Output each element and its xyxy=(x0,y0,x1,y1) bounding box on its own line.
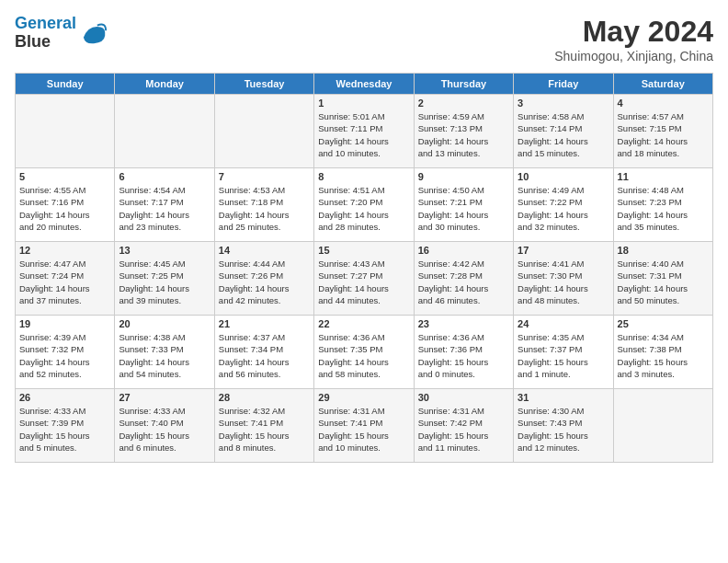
day-number: 2 xyxy=(418,98,509,109)
day-info: Sunrise: 4:32 AMSunset: 7:41 PMDaylight:… xyxy=(219,405,310,454)
day-info: Sunrise: 4:47 AMSunset: 7:24 PMDaylight:… xyxy=(19,258,110,306)
day-info: Sunrise: 4:36 AMSunset: 7:35 PMDaylight:… xyxy=(318,331,409,380)
day-number: 31 xyxy=(518,392,609,403)
day-info: Sunrise: 4:33 AMSunset: 7:40 PMDaylight:… xyxy=(119,405,210,454)
calendar-cell: 7Sunrise: 4:53 AMSunset: 7:18 PMDaylight… xyxy=(214,168,313,242)
day-number: 22 xyxy=(318,318,409,329)
location: Shuimogou, Xinjiang, China xyxy=(554,49,713,63)
day-info: Sunrise: 4:55 AMSunset: 7:16 PMDaylight:… xyxy=(19,184,110,233)
day-number: 27 xyxy=(119,392,210,403)
day-info: Sunrise: 4:36 AMSunset: 7:36 PMDaylight:… xyxy=(418,331,509,380)
calendar-cell: 8Sunrise: 4:51 AMSunset: 7:20 PMDaylight… xyxy=(314,168,414,242)
day-number: 4 xyxy=(618,98,709,109)
day-info: Sunrise: 4:45 AMSunset: 7:25 PMDaylight:… xyxy=(119,258,210,306)
calendar-cell: 17Sunrise: 4:41 AMSunset: 7:30 PMDayligh… xyxy=(514,242,613,316)
day-info: Sunrise: 4:40 AMSunset: 7:31 PMDaylight:… xyxy=(618,258,709,306)
day-number: 5 xyxy=(19,171,110,182)
day-number: 11 xyxy=(618,171,709,182)
calendar-cell: 5Sunrise: 4:55 AMSunset: 7:16 PMDaylight… xyxy=(16,168,115,242)
day-info: Sunrise: 4:42 AMSunset: 7:28 PMDaylight:… xyxy=(418,258,509,306)
day-number: 28 xyxy=(219,392,310,403)
calendar-cell: 13Sunrise: 4:45 AMSunset: 7:25 PMDayligh… xyxy=(115,242,214,316)
day-number: 21 xyxy=(219,318,310,329)
day-info: Sunrise: 4:38 AMSunset: 7:33 PMDaylight:… xyxy=(119,331,210,380)
header-day-tuesday: Tuesday xyxy=(214,74,313,95)
calendar-header: SundayMondayTuesdayWednesdayThursdayFrid… xyxy=(16,74,713,95)
title-block: May 2024 Shuimogou, Xinjiang, China xyxy=(554,15,713,63)
day-info: Sunrise: 4:48 AMSunset: 7:23 PMDaylight:… xyxy=(618,184,709,233)
calendar-cell: 6Sunrise: 4:54 AMSunset: 7:17 PMDaylight… xyxy=(115,168,214,242)
day-number: 25 xyxy=(618,318,709,329)
day-number: 3 xyxy=(518,98,609,109)
calendar-cell xyxy=(16,95,115,168)
calendar-cell: 10Sunrise: 4:49 AMSunset: 7:22 PMDayligh… xyxy=(514,168,613,242)
day-number: 24 xyxy=(518,318,609,329)
calendar-cell xyxy=(214,95,313,168)
calendar-cell: 2Sunrise: 4:59 AMSunset: 7:13 PMDaylight… xyxy=(414,95,513,168)
month-title: May 2024 xyxy=(554,15,713,49)
calendar-cell: 28Sunrise: 4:32 AMSunset: 7:41 PMDayligh… xyxy=(214,389,313,463)
calendar-cell: 1Sunrise: 5:01 AMSunset: 7:11 PMDaylight… xyxy=(314,95,414,168)
day-info: Sunrise: 4:37 AMSunset: 7:34 PMDaylight:… xyxy=(219,331,310,380)
day-number: 30 xyxy=(418,392,509,403)
day-info: Sunrise: 4:57 AMSunset: 7:15 PMDaylight:… xyxy=(618,110,709,159)
day-info: Sunrise: 4:39 AMSunset: 7:32 PMDaylight:… xyxy=(19,331,110,380)
calendar-body: 1Sunrise: 5:01 AMSunset: 7:11 PMDaylight… xyxy=(16,95,713,463)
calendar-cell: 4Sunrise: 4:57 AMSunset: 7:15 PMDaylight… xyxy=(613,95,712,168)
header-day-sunday: Sunday xyxy=(16,74,115,95)
day-info: Sunrise: 4:44 AMSunset: 7:26 PMDaylight:… xyxy=(219,258,310,306)
day-number: 7 xyxy=(219,171,310,182)
day-info: Sunrise: 4:49 AMSunset: 7:22 PMDaylight:… xyxy=(518,184,609,233)
day-number: 19 xyxy=(19,318,110,329)
calendar-cell: 3Sunrise: 4:58 AMSunset: 7:14 PMDaylight… xyxy=(514,95,613,168)
calendar-cell: 23Sunrise: 4:36 AMSunset: 7:36 PMDayligh… xyxy=(414,316,513,389)
header-day-friday: Friday xyxy=(514,74,613,95)
calendar-cell: 16Sunrise: 4:42 AMSunset: 7:28 PMDayligh… xyxy=(414,242,513,316)
week-row-5: 26Sunrise: 4:33 AMSunset: 7:39 PMDayligh… xyxy=(16,389,713,463)
day-info: Sunrise: 4:59 AMSunset: 7:13 PMDaylight:… xyxy=(418,110,509,159)
day-number: 18 xyxy=(618,245,709,256)
day-info: Sunrise: 4:41 AMSunset: 7:30 PMDaylight:… xyxy=(518,258,609,306)
calendar-cell: 30Sunrise: 4:31 AMSunset: 7:42 PMDayligh… xyxy=(414,389,513,463)
calendar-cell: 27Sunrise: 4:33 AMSunset: 7:40 PMDayligh… xyxy=(115,389,214,463)
day-info: Sunrise: 5:01 AMSunset: 7:11 PMDaylight:… xyxy=(318,110,409,159)
calendar-cell xyxy=(115,95,214,168)
day-number: 13 xyxy=(119,245,210,256)
day-info: Sunrise: 4:35 AMSunset: 7:37 PMDaylight:… xyxy=(518,331,609,380)
logo: GeneralBlue xyxy=(15,15,108,52)
page-header: GeneralBlue May 2024 Shuimogou, Xinjiang… xyxy=(15,15,713,63)
calendar-cell: 9Sunrise: 4:50 AMSunset: 7:21 PMDaylight… xyxy=(414,168,513,242)
logo-icon xyxy=(82,20,108,46)
day-number: 20 xyxy=(119,318,210,329)
calendar-cell: 14Sunrise: 4:44 AMSunset: 7:26 PMDayligh… xyxy=(214,242,313,316)
header-day-saturday: Saturday xyxy=(613,74,712,95)
header-day-thursday: Thursday xyxy=(414,74,513,95)
day-number: 29 xyxy=(318,392,409,403)
logo-text: GeneralBlue xyxy=(15,15,76,52)
day-info: Sunrise: 4:53 AMSunset: 7:18 PMDaylight:… xyxy=(219,184,310,233)
day-number: 14 xyxy=(219,245,310,256)
day-info: Sunrise: 4:31 AMSunset: 7:41 PMDaylight:… xyxy=(318,405,409,454)
header-day-monday: Monday xyxy=(115,74,214,95)
day-info: Sunrise: 4:54 AMSunset: 7:17 PMDaylight:… xyxy=(119,184,210,233)
day-number: 23 xyxy=(418,318,509,329)
day-info: Sunrise: 4:31 AMSunset: 7:42 PMDaylight:… xyxy=(418,405,509,454)
calendar-table: SundayMondayTuesdayWednesdayThursdayFrid… xyxy=(15,73,713,463)
day-info: Sunrise: 4:58 AMSunset: 7:14 PMDaylight:… xyxy=(518,110,609,159)
calendar-cell: 12Sunrise: 4:47 AMSunset: 7:24 PMDayligh… xyxy=(16,242,115,316)
day-number: 9 xyxy=(418,171,509,182)
calendar-cell: 24Sunrise: 4:35 AMSunset: 7:37 PMDayligh… xyxy=(514,316,613,389)
calendar-cell: 20Sunrise: 4:38 AMSunset: 7:33 PMDayligh… xyxy=(115,316,214,389)
day-number: 6 xyxy=(119,171,210,182)
header-row: SundayMondayTuesdayWednesdayThursdayFrid… xyxy=(16,74,713,95)
day-number: 26 xyxy=(19,392,110,403)
day-number: 1 xyxy=(318,98,409,109)
calendar-cell: 22Sunrise: 4:36 AMSunset: 7:35 PMDayligh… xyxy=(314,316,414,389)
day-number: 8 xyxy=(318,171,409,182)
day-info: Sunrise: 4:30 AMSunset: 7:43 PMDaylight:… xyxy=(518,405,609,454)
week-row-1: 1Sunrise: 5:01 AMSunset: 7:11 PMDaylight… xyxy=(16,95,713,168)
day-number: 17 xyxy=(518,245,609,256)
day-info: Sunrise: 4:34 AMSunset: 7:38 PMDaylight:… xyxy=(618,331,709,380)
header-day-wednesday: Wednesday xyxy=(314,74,414,95)
week-row-2: 5Sunrise: 4:55 AMSunset: 7:16 PMDaylight… xyxy=(16,168,713,242)
